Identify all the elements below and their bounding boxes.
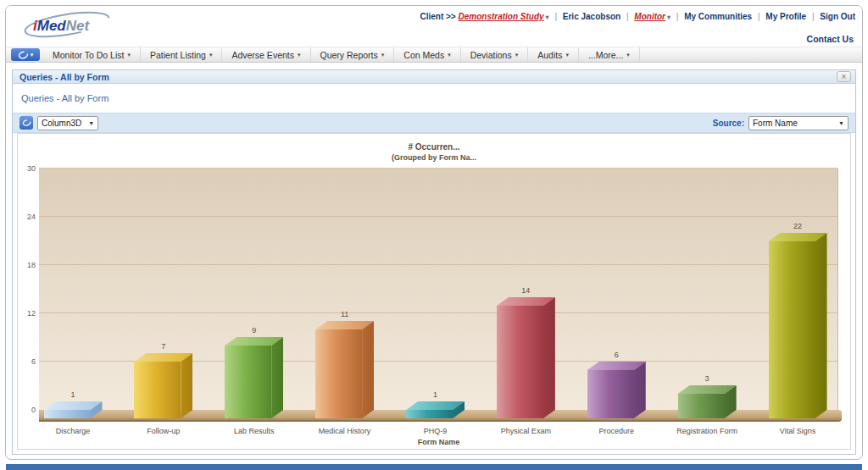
nav-item-patient-listing[interactable]: Patient Listing ▾ <box>141 47 222 62</box>
bar-phq-9[interactable]: 1 <box>406 401 465 418</box>
nav-item-audits[interactable]: Audits ▾ <box>528 47 579 62</box>
nav-item-con-meds[interactable]: Con Meds ▾ <box>394 47 460 62</box>
separator: | <box>676 12 679 21</box>
bar-value-label: 22 <box>769 222 827 230</box>
nav-item-label: Audits <box>537 50 562 60</box>
x-category-label: Medical History <box>298 427 392 435</box>
chart-brand-button[interactable] <box>19 116 33 130</box>
bar-front-face <box>225 346 271 418</box>
bar-follow-up[interactable]: 7 <box>134 353 192 418</box>
y-tick-label: 12 <box>18 309 36 318</box>
logo-med: Med <box>37 18 67 34</box>
bar-discharge[interactable]: 1 <box>44 401 103 418</box>
bar-value-label: 14 <box>497 286 555 295</box>
bar-value-label: 1 <box>406 390 465 399</box>
nav-item-label: Monitor To Do List <box>53 50 124 60</box>
bar-front-face <box>497 306 543 418</box>
bar-medical-history[interactable]: 11 <box>315 321 374 418</box>
chart-subtitle: (Grouped by Form Na... <box>18 153 850 162</box>
contact-us-link[interactable]: Contact Us <box>807 34 854 44</box>
sign-out-link[interactable]: Sign Out <box>820 12 855 21</box>
chart-title: # Occurren... <box>18 142 850 152</box>
bar-front-face <box>769 241 815 418</box>
role-link[interactable]: Monitor <box>634 12 665 21</box>
chevron-down-icon: ▾ <box>209 52 213 58</box>
bar-side-face <box>181 353 192 418</box>
bar-value-label: 7 <box>134 342 192 351</box>
bar-physical-exam[interactable]: 14 <box>497 297 555 418</box>
nav-item-deviations[interactable]: Deviations ▾ <box>461 47 529 62</box>
y-tick-label: 0 <box>18 406 36 414</box>
bar-value-label: 9 <box>225 326 283 335</box>
x-category-label: Follow-up <box>117 427 210 435</box>
chevron-down-icon: ▾ <box>448 52 451 58</box>
gridline-y-24 <box>39 216 837 217</box>
chevron-down-icon: ▾ <box>515 52 519 58</box>
bar-side-face <box>271 337 283 418</box>
footer-bar <box>6 464 862 470</box>
chevron-down-icon: ▾ <box>565 52 569 58</box>
source-value: Form Name <box>753 119 798 128</box>
bar-front-face <box>315 329 362 418</box>
y-tick-label: 18 <box>18 261 36 269</box>
imednet-mark-icon <box>18 50 29 60</box>
bar-front-face <box>406 410 453 418</box>
bar-front-face <box>587 370 634 418</box>
select-caret-icon: ▼ <box>838 120 844 126</box>
close-icon[interactable]: × <box>837 71 851 82</box>
bar-front-face <box>44 410 91 418</box>
bar-side-face <box>815 233 827 418</box>
nav-item-label: Query Reports <box>320 50 378 60</box>
panel-title: Queries - All by Form <box>19 72 109 82</box>
gridline-y-18 <box>39 264 837 265</box>
client-bar: Client >> Demonstration Study▾ | Eric Ja… <box>420 12 855 21</box>
nav-item-label: Con Meds <box>403 50 444 60</box>
gridline-y-12 <box>39 312 837 313</box>
client-study-link[interactable]: Demonstration Study <box>458 12 543 21</box>
bar-value-label: 6 <box>587 351 646 359</box>
separator: | <box>554 12 557 21</box>
bar-value-label: 3 <box>678 374 737 383</box>
chart-type-select[interactable]: Column3D ▼ <box>37 116 98 130</box>
separator: | <box>812 12 815 21</box>
nav-item-monitor-to-do-list[interactable]: Monitor To Do List ▾ <box>43 47 141 62</box>
bar-vital-signs[interactable]: 22 <box>769 233 827 418</box>
bar-value-label: 1 <box>44 390 103 399</box>
user-name[interactable]: Eric Jacobson <box>563 12 620 21</box>
chevron-down-icon: ▾ <box>127 52 131 58</box>
bar-side-face <box>543 297 555 418</box>
client-label: Client >> <box>420 12 455 21</box>
x-category-label: Vital Signs <box>751 427 844 435</box>
x-category-label: Registration Form <box>660 427 754 435</box>
plot-area: 179111146322 <box>39 169 838 410</box>
bar-front-face <box>678 394 725 418</box>
x-category-label: Discharge <box>26 427 120 435</box>
separator: | <box>626 12 629 21</box>
bar-lab-results[interactable]: 9 <box>225 337 283 418</box>
bar-procedure[interactable]: 6 <box>587 362 646 418</box>
x-category-label: Procedure <box>570 427 663 435</box>
imednet-logo: iMedNet <box>18 9 120 45</box>
imednet-logo-swoosh-icon: iMedNet <box>18 9 120 41</box>
bar-registration-form[interactable]: 3 <box>678 385 737 418</box>
y-tick-label: 24 <box>18 213 36 221</box>
chevron-down-icon[interactable]: ▾ <box>546 14 549 21</box>
my-profile-link[interactable]: My Profile <box>765 12 806 21</box>
home-menu-button[interactable]: ▾ <box>11 48 40 61</box>
y-tick-label: 30 <box>18 164 36 173</box>
chevron-down-icon: ▾ <box>31 52 34 58</box>
nav-item-adverse-events[interactable]: Adverse Events ▾ <box>222 47 310 62</box>
nav-item-more[interactable]: ...More... ▾ <box>579 47 640 62</box>
page-frame: iMedNet Client >> Demonstration Study▾ |… <box>5 5 863 460</box>
chart-toolbar: Column3D ▼ Source: Form Name ▼ <box>13 113 855 133</box>
main-nav: ▾ Monitor To Do List ▾ Patient Listing ▾… <box>6 47 862 63</box>
source-select[interactable]: Form Name ▼ <box>748 116 849 130</box>
nav-item-label: Adverse Events <box>231 50 294 60</box>
gridline-y-30 <box>39 168 837 169</box>
y-tick-label: 6 <box>18 357 36 366</box>
nav-item-query-reports[interactable]: Query Reports ▾ <box>311 47 395 62</box>
my-communities-link[interactable]: My Communities <box>684 12 752 21</box>
x-category-label: Physical Exam <box>479 427 572 435</box>
chevron-down-icon[interactable]: ▾ <box>667 14 670 21</box>
svg-text:iMedNet: iMedNet <box>33 18 90 34</box>
